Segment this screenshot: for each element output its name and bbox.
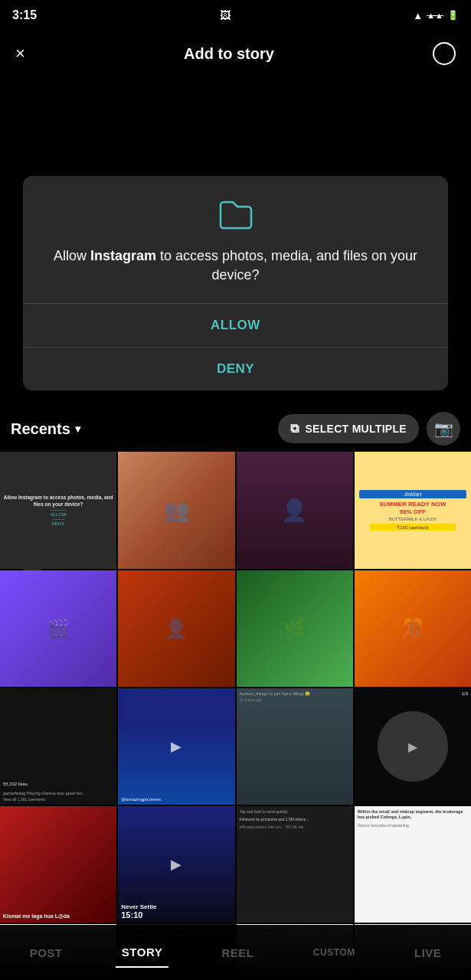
gallery-cell-4[interactable]: JioMart SUMMER READY NOW50% OFF BUTTERMI… — [355, 452, 471, 568]
gallery-toolbar: Recents ▾ ⧉ SELECT MULTIPLE 📷 — [0, 406, 471, 452]
gallery-cell-13[interactable]: Kismat me laga hua L@da — [0, 806, 116, 923]
gallery-image-12: ▶ 1/3 — [355, 688, 471, 805]
select-multiple-button[interactable]: ⧉ SELECT MULTIPLE — [278, 414, 419, 443]
gallery-cell-9[interactable]: 55,332 likes gamerfedag Playing Garena w… — [0, 688, 116, 805]
gallery-cell-8[interactable]: 🎊 — [355, 570, 471, 687]
gallery-cell-14[interactable]: Never Settle 15:10 — [118, 806, 234, 923]
gallery-image-14: Never Settle 15:10 — [118, 806, 234, 923]
allow-button[interactable]: ALLOW — [23, 304, 448, 348]
camera-button[interactable]: 📷 — [427, 412, 460, 446]
tab-story[interactable]: STORY — [116, 938, 168, 968]
gallery-image-1: Allow Instagram to access photos, media,… — [0, 452, 116, 568]
gallery-image-2: 👥 — [118, 452, 234, 568]
permission-dialog: Allow Instagram to access photos, media,… — [23, 176, 448, 390]
gallery-cell-3[interactable]: 👤 — [237, 452, 353, 568]
recents-dropdown[interactable]: Recents ▾ — [11, 420, 80, 438]
tab-custom[interactable]: CUSTOM — [307, 939, 361, 965]
gallery-image-8: 🎊 — [355, 570, 471, 687]
header: × Add to story — [0, 31, 471, 77]
gallery-image-11: humour_things: Is yeh Kana Milegi 😂 21 h… — [237, 688, 353, 805]
gallery-cell-7[interactable]: 🌿 — [237, 570, 353, 687]
photo-icon: 🖼 — [220, 9, 231, 21]
gallery-image-13: Kismat me laga hua L@da — [0, 806, 116, 923]
select-multiple-icon: ⧉ — [290, 422, 299, 436]
gallery-grid: Allow Instagram to access photos, media,… — [0, 452, 471, 980]
tab-live[interactable]: LIVE — [408, 939, 447, 967]
gallery-image-7: 🌿 — [237, 570, 353, 687]
recents-label-text: Recents — [11, 420, 70, 438]
dialog-permission-text: Allow Instagram to access photos, media,… — [41, 247, 430, 285]
dialog-body: Allow Instagram to access photos, media,… — [23, 176, 448, 304]
status-icons: ▲ ▲▲ 🔋 — [413, 10, 459, 21]
gallery-image-6: 👤 — [118, 570, 234, 687]
close-button[interactable]: × — [15, 44, 25, 64]
gallery-cell-2[interactable]: 👥 — [118, 452, 234, 568]
bottom-bar: POST STORY REEL CUSTOM LIVE — [0, 925, 471, 980]
gallery-image-3: 👤 — [237, 452, 353, 568]
gallery-image-5: 🎬 — [0, 570, 116, 687]
status-bar: 3:15 🖼 ▲ ▲▲ 🔋 — [0, 0, 471, 31]
gallery-image-4: JioMart SUMMER READY NOW50% OFF BUTTERMI… — [355, 452, 471, 568]
status-time: 3:15 — [12, 8, 37, 22]
chevron-down-icon: ▾ — [75, 423, 80, 435]
signal-icon: ▲▲ — [427, 11, 443, 20]
camera-icon: 📷 — [434, 420, 453, 438]
gallery-cell-6[interactable]: 👤 — [118, 570, 234, 687]
settings-circle-button[interactable] — [433, 42, 456, 65]
gallery-cell-11[interactable]: humour_things: Is yeh Kana Milegi 😂 21 h… — [237, 688, 353, 805]
page-title: Add to story — [184, 45, 274, 63]
gallery-image-16: Within the small and midcap segment, the… — [355, 806, 471, 923]
toolbar-right: ⧉ SELECT MULTIPLE 📷 — [278, 412, 460, 446]
gallery-cell-10[interactable]: @amazingpicniews — [118, 688, 234, 805]
preview-area — [0, 77, 471, 176]
tab-reel[interactable]: REEL — [216, 939, 260, 967]
gallery-cell-16[interactable]: Within the small and midcap segment, the… — [355, 806, 471, 923]
gallery-image-9: 55,332 likes gamerfedag Playing Garena w… — [0, 688, 116, 805]
gallery-cell-5[interactable]: 🎬 — [0, 570, 116, 687]
tab-post[interactable]: POST — [24, 939, 69, 967]
select-multiple-label: SELECT MULTIPLE — [305, 423, 407, 435]
battery-icon: 🔋 — [447, 10, 459, 21]
gallery-cell-1[interactable]: Allow Instagram to access photos, media,… — [0, 452, 116, 568]
gallery-cell-15[interactable]: Tap and hold to send quickly Followed by… — [237, 806, 353, 923]
gallery-image-10: @amazingpicniews — [118, 688, 234, 805]
gallery-image-15: Tap and hold to send quickly Followed by… — [237, 806, 353, 923]
dialog-folder-icon — [41, 199, 430, 233]
wifi-icon: ▲ — [413, 10, 423, 21]
gallery-cell-12[interactable]: ▶ 1/3 — [355, 688, 471, 805]
deny-button[interactable]: DENY — [23, 348, 448, 390]
